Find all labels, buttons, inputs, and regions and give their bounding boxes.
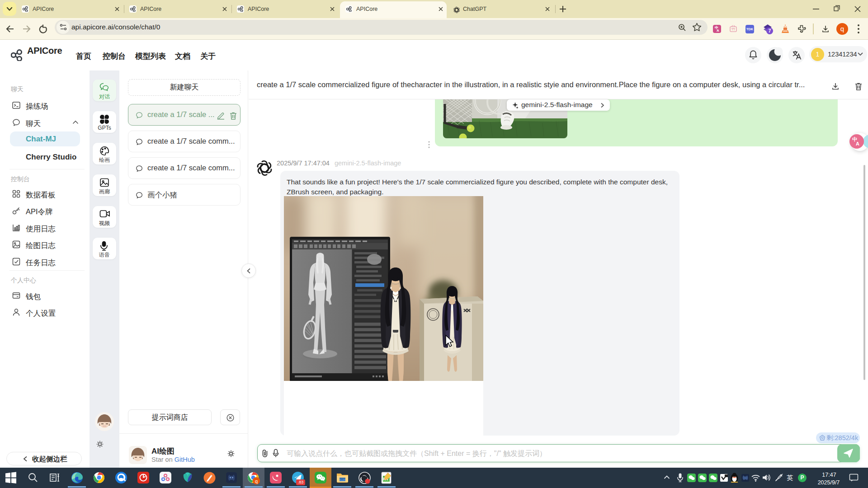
svg-text:q: q — [255, 479, 258, 484]
svg-text:A: A — [717, 28, 719, 33]
svg-text:A: A — [856, 141, 859, 146]
